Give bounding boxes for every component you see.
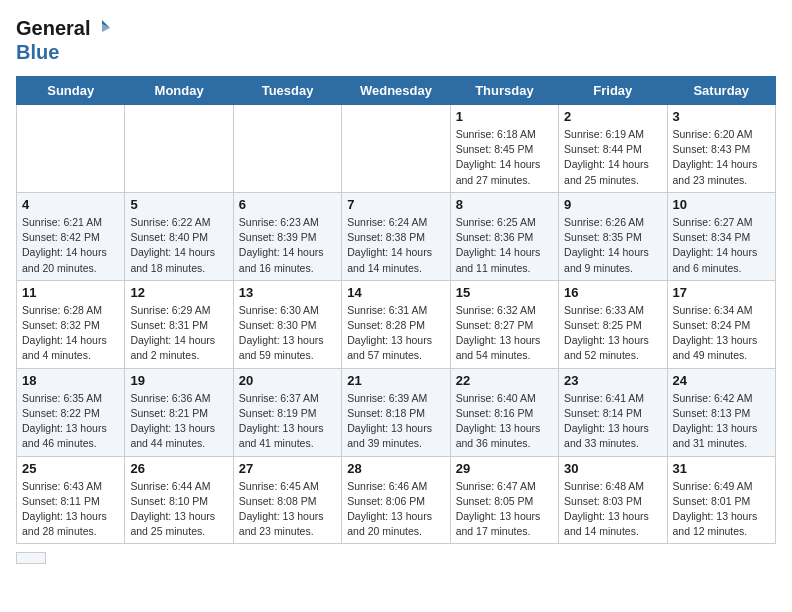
table-row: 18Sunrise: 6:35 AM Sunset: 8:22 PM Dayli… <box>17 368 125 456</box>
day-number: 29 <box>456 461 553 476</box>
day-info: Sunrise: 6:20 AM Sunset: 8:43 PM Dayligh… <box>673 127 770 188</box>
header-tuesday: Tuesday <box>233 77 341 105</box>
day-info: Sunrise: 6:34 AM Sunset: 8:24 PM Dayligh… <box>673 303 770 364</box>
table-row <box>233 105 341 193</box>
header-sunday: Sunday <box>17 77 125 105</box>
calendar-week-2: 4Sunrise: 6:21 AM Sunset: 8:42 PM Daylig… <box>17 192 776 280</box>
day-info: Sunrise: 6:35 AM Sunset: 8:22 PM Dayligh… <box>22 391 119 452</box>
table-row: 29Sunrise: 6:47 AM Sunset: 8:05 PM Dayli… <box>450 456 558 544</box>
day-info: Sunrise: 6:26 AM Sunset: 8:35 PM Dayligh… <box>564 215 661 276</box>
day-number: 14 <box>347 285 444 300</box>
day-info: Sunrise: 6:46 AM Sunset: 8:06 PM Dayligh… <box>347 479 444 540</box>
day-number: 31 <box>673 461 770 476</box>
day-number: 16 <box>564 285 661 300</box>
table-row: 26Sunrise: 6:44 AM Sunset: 8:10 PM Dayli… <box>125 456 233 544</box>
day-info: Sunrise: 6:28 AM Sunset: 8:32 PM Dayligh… <box>22 303 119 364</box>
table-row: 3Sunrise: 6:20 AM Sunset: 8:43 PM Daylig… <box>667 105 775 193</box>
table-row: 27Sunrise: 6:45 AM Sunset: 8:08 PM Dayli… <box>233 456 341 544</box>
day-info: Sunrise: 6:18 AM Sunset: 8:45 PM Dayligh… <box>456 127 553 188</box>
table-row: 25Sunrise: 6:43 AM Sunset: 8:11 PM Dayli… <box>17 456 125 544</box>
day-number: 23 <box>564 373 661 388</box>
day-info: Sunrise: 6:19 AM Sunset: 8:44 PM Dayligh… <box>564 127 661 188</box>
day-number: 17 <box>673 285 770 300</box>
day-info: Sunrise: 6:47 AM Sunset: 8:05 PM Dayligh… <box>456 479 553 540</box>
logo-general: General <box>16 16 90 40</box>
table-row <box>17 105 125 193</box>
day-number: 5 <box>130 197 227 212</box>
table-row: 31Sunrise: 6:49 AM Sunset: 8:01 PM Dayli… <box>667 456 775 544</box>
table-row: 28Sunrise: 6:46 AM Sunset: 8:06 PM Dayli… <box>342 456 450 544</box>
day-number: 24 <box>673 373 770 388</box>
calendar-week-1: 1Sunrise: 6:18 AM Sunset: 8:45 PM Daylig… <box>17 105 776 193</box>
day-info: Sunrise: 6:44 AM Sunset: 8:10 PM Dayligh… <box>130 479 227 540</box>
day-number: 10 <box>673 197 770 212</box>
day-number: 19 <box>130 373 227 388</box>
calendar-header-row: SundayMondayTuesdayWednesdayThursdayFrid… <box>17 77 776 105</box>
table-row: 20Sunrise: 6:37 AM Sunset: 8:19 PM Dayli… <box>233 368 341 456</box>
day-info: Sunrise: 6:27 AM Sunset: 8:34 PM Dayligh… <box>673 215 770 276</box>
table-row: 6Sunrise: 6:23 AM Sunset: 8:39 PM Daylig… <box>233 192 341 280</box>
day-info: Sunrise: 6:22 AM Sunset: 8:40 PM Dayligh… <box>130 215 227 276</box>
logo-bird-icon <box>92 18 112 38</box>
day-number: 27 <box>239 461 336 476</box>
table-row: 2Sunrise: 6:19 AM Sunset: 8:44 PM Daylig… <box>559 105 667 193</box>
table-row: 1Sunrise: 6:18 AM Sunset: 8:45 PM Daylig… <box>450 105 558 193</box>
table-row: 12Sunrise: 6:29 AM Sunset: 8:31 PM Dayli… <box>125 280 233 368</box>
day-info: Sunrise: 6:25 AM Sunset: 8:36 PM Dayligh… <box>456 215 553 276</box>
day-number: 12 <box>130 285 227 300</box>
day-info: Sunrise: 6:49 AM Sunset: 8:01 PM Dayligh… <box>673 479 770 540</box>
day-info: Sunrise: 6:31 AM Sunset: 8:28 PM Dayligh… <box>347 303 444 364</box>
day-info: Sunrise: 6:24 AM Sunset: 8:38 PM Dayligh… <box>347 215 444 276</box>
day-info: Sunrise: 6:40 AM Sunset: 8:16 PM Dayligh… <box>456 391 553 452</box>
table-row: 13Sunrise: 6:30 AM Sunset: 8:30 PM Dayli… <box>233 280 341 368</box>
logo: General Blue <box>16 16 112 64</box>
day-number: 2 <box>564 109 661 124</box>
footer-note <box>16 552 776 564</box>
table-row: 17Sunrise: 6:34 AM Sunset: 8:24 PM Dayli… <box>667 280 775 368</box>
day-number: 28 <box>347 461 444 476</box>
table-row: 16Sunrise: 6:33 AM Sunset: 8:25 PM Dayli… <box>559 280 667 368</box>
day-number: 1 <box>456 109 553 124</box>
day-number: 20 <box>239 373 336 388</box>
table-row: 15Sunrise: 6:32 AM Sunset: 8:27 PM Dayli… <box>450 280 558 368</box>
table-row: 4Sunrise: 6:21 AM Sunset: 8:42 PM Daylig… <box>17 192 125 280</box>
table-row: 14Sunrise: 6:31 AM Sunset: 8:28 PM Dayli… <box>342 280 450 368</box>
header-wednesday: Wednesday <box>342 77 450 105</box>
table-row: 21Sunrise: 6:39 AM Sunset: 8:18 PM Dayli… <box>342 368 450 456</box>
calendar-week-4: 18Sunrise: 6:35 AM Sunset: 8:22 PM Dayli… <box>17 368 776 456</box>
header-monday: Monday <box>125 77 233 105</box>
day-number: 15 <box>456 285 553 300</box>
day-number: 7 <box>347 197 444 212</box>
day-info: Sunrise: 6:30 AM Sunset: 8:30 PM Dayligh… <box>239 303 336 364</box>
day-info: Sunrise: 6:37 AM Sunset: 8:19 PM Dayligh… <box>239 391 336 452</box>
day-info: Sunrise: 6:45 AM Sunset: 8:08 PM Dayligh… <box>239 479 336 540</box>
day-number: 11 <box>22 285 119 300</box>
day-info: Sunrise: 6:48 AM Sunset: 8:03 PM Dayligh… <box>564 479 661 540</box>
day-number: 8 <box>456 197 553 212</box>
footer-box-icon <box>16 552 46 564</box>
table-row: 8Sunrise: 6:25 AM Sunset: 8:36 PM Daylig… <box>450 192 558 280</box>
day-info: Sunrise: 6:43 AM Sunset: 8:11 PM Dayligh… <box>22 479 119 540</box>
table-row: 30Sunrise: 6:48 AM Sunset: 8:03 PM Dayli… <box>559 456 667 544</box>
day-info: Sunrise: 6:42 AM Sunset: 8:13 PM Dayligh… <box>673 391 770 452</box>
day-number: 9 <box>564 197 661 212</box>
day-number: 3 <box>673 109 770 124</box>
table-row <box>125 105 233 193</box>
table-row: 24Sunrise: 6:42 AM Sunset: 8:13 PM Dayli… <box>667 368 775 456</box>
table-row: 19Sunrise: 6:36 AM Sunset: 8:21 PM Dayli… <box>125 368 233 456</box>
day-number: 21 <box>347 373 444 388</box>
day-info: Sunrise: 6:33 AM Sunset: 8:25 PM Dayligh… <box>564 303 661 364</box>
day-number: 22 <box>456 373 553 388</box>
day-info: Sunrise: 6:23 AM Sunset: 8:39 PM Dayligh… <box>239 215 336 276</box>
day-number: 26 <box>130 461 227 476</box>
day-number: 18 <box>22 373 119 388</box>
table-row: 7Sunrise: 6:24 AM Sunset: 8:38 PM Daylig… <box>342 192 450 280</box>
header-thursday: Thursday <box>450 77 558 105</box>
header-friday: Friday <box>559 77 667 105</box>
table-row <box>342 105 450 193</box>
day-info: Sunrise: 6:29 AM Sunset: 8:31 PM Dayligh… <box>130 303 227 364</box>
day-number: 30 <box>564 461 661 476</box>
day-number: 25 <box>22 461 119 476</box>
day-info: Sunrise: 6:21 AM Sunset: 8:42 PM Dayligh… <box>22 215 119 276</box>
day-info: Sunrise: 6:39 AM Sunset: 8:18 PM Dayligh… <box>347 391 444 452</box>
